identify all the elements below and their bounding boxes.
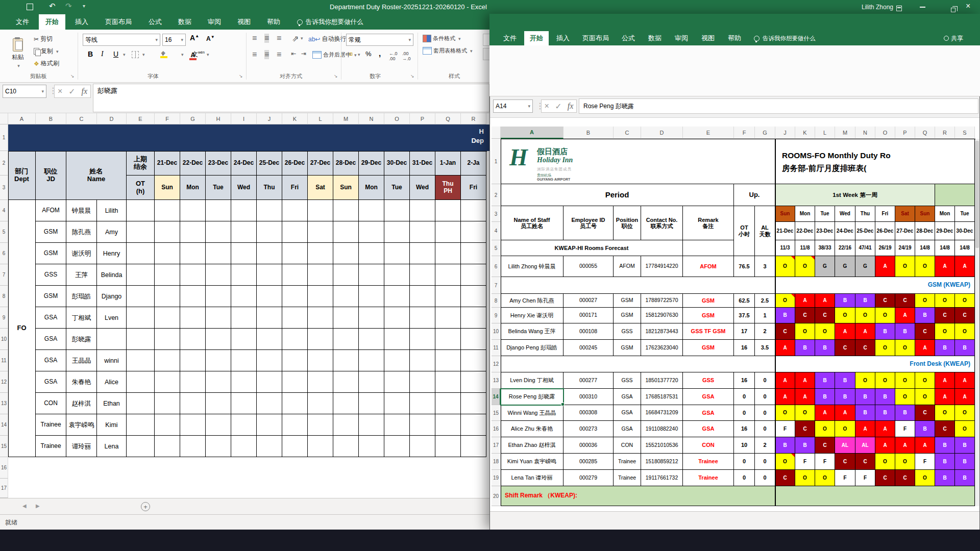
staff-contact-cell[interactable]: 19117661732 [641,470,683,486]
forecast-cell[interactable]: 26/19 [875,240,895,256]
staff-al-cell[interactable]: 1 [755,308,775,323]
staff-id-cell[interactable]: 000308 [564,405,614,421]
staff-remark-cell[interactable]: GSM [683,340,734,356]
shift-cell-A[interactable]: A [955,389,975,405]
shift-cell-C[interactable]: C [915,405,935,421]
shift-cell-B[interactable]: B [895,323,915,340]
shift-cell-G[interactable]: G [855,256,875,277]
shift-cell-C[interactable]: C [835,340,855,356]
column-header-G[interactable]: G [755,127,775,139]
staff-name-cell[interactable]: Alice Zhu 朱春艳 [501,421,564,437]
row-header-19[interactable]: 19 [492,470,501,486]
staff-id-cell[interactable]: 000285 [564,454,614,470]
staff-contact-cell[interactable]: 15180859212 [641,454,683,470]
shift-cell-B[interactable]: B [815,389,835,405]
staff-al-cell[interactable]: 0 [755,389,775,405]
shift-cell-A[interactable]: A [875,437,895,454]
shift-cell-O[interactable]: O [895,256,915,277]
staff-pos-cell[interactable]: Trainee [614,454,641,470]
shift-cell-A[interactable]: A [955,256,975,277]
shift-cell-B[interactable]: B [935,454,955,470]
shift-cell-B[interactable]: B [795,437,815,454]
shift-cell-AL[interactable]: AL [835,437,855,454]
shift-cell-G[interactable]: G [835,256,855,277]
shift-cell-O[interactable]: O [835,421,855,437]
shift-cell-O[interactable]: O [775,256,795,277]
row-header-17[interactable]: 17 [492,437,501,454]
date-header[interactable]: 21-Dec [775,222,795,240]
shift-cell-B[interactable]: B [895,405,915,421]
shift-cell-C[interactable]: C [855,454,875,470]
row-header-11[interactable]: 11 [492,340,501,356]
staff-name-cell[interactable]: Django Peng 彭琨皓 [501,340,564,356]
header-ot[interactable]: OT 小时 [734,206,755,256]
shift-cell-O[interactable]: O [775,454,795,470]
shift-cell-F[interactable]: F [775,421,795,437]
column-header-J[interactable]: J [775,127,795,139]
row-header-20[interactable]: 20 [492,486,501,506]
staff-al-cell[interactable]: 0 [755,372,775,389]
shift-cell-A[interactable]: A [935,389,955,405]
staff-ot-cell[interactable]: 16 [734,421,755,437]
staff-al-cell[interactable]: 0 [755,470,775,486]
shift-cell-A[interactable]: A [815,294,835,308]
staff-contact-cell[interactable]: 15812907630 [641,308,683,323]
shift-cell-B[interactable]: B [875,405,895,421]
row-header-3[interactable]: 3 [492,206,501,222]
shift-cell-B[interactable]: B [875,389,895,405]
shift-cell-O[interactable]: O [855,308,875,323]
staff-pos-cell[interactable]: GSA [614,389,641,405]
staff-id-cell[interactable]: 000036 [564,437,614,454]
staff-ot-cell[interactable]: 16 [734,340,755,356]
row-header-7[interactable]: 7 [492,277,501,294]
staff-ot-cell[interactable]: 37.5 [734,308,755,323]
shift-cell-C[interactable]: C [895,470,915,486]
staff-name-cell[interactable]: Henry Xie 谢沃明 [501,308,564,323]
shift-cell-B[interactable]: B [835,372,855,389]
date-header[interactable]: 27-Dec [895,222,915,240]
shift-cell-A[interactable]: A [895,308,915,323]
row-header-18[interactable]: 18 [492,454,501,470]
section-row-frontdesk[interactable]: Front Desk (KWEAP) [501,356,975,372]
shift-cell-C[interactable]: C [935,421,955,437]
date-header[interactable]: 29-Dec [935,222,955,240]
staff-pos-cell[interactable]: GSA [614,405,641,421]
staff-ot-cell[interactable]: 0 [734,405,755,421]
shift-cell-B[interactable]: B [855,405,875,421]
shift-cell-O[interactable]: O [955,294,975,308]
column-header-D[interactable]: D [641,127,683,139]
week1-band[interactable]: 1st Week 第一周 [775,184,935,206]
shift-cell-A[interactable]: A [875,421,895,437]
row-header-1[interactable]: 1 [492,139,501,184]
shift-cell-O[interactable]: O [815,421,835,437]
staff-contact-cell[interactable]: 18212873443 [641,323,683,340]
column-header-A[interactable]: A [501,127,564,139]
staff-pos-cell[interactable]: GSM [614,308,641,323]
row-header-16[interactable]: 16 [492,421,501,437]
shift-cell-O[interactable]: O [955,405,975,421]
staff-remark-cell[interactable]: GSS TF GSM [683,323,734,340]
row-header-9[interactable]: 9 [492,308,501,323]
column-header-O[interactable]: O [875,127,895,139]
shift-cell-O[interactable]: O [875,372,895,389]
week2-band[interactable] [935,184,975,206]
staff-ot-cell[interactable]: 17 [734,323,755,340]
staff-id-cell[interactable]: 000055 [564,256,614,277]
forecast-cell[interactable]: 11/8 [795,240,815,256]
column-header-C[interactable]: C [614,127,641,139]
shift-cell-O[interactable]: O [875,308,895,323]
staff-al-cell[interactable]: 0 [755,454,775,470]
shift-cell-F[interactable]: F [915,454,935,470]
shift-cell-B[interactable]: B [795,340,815,356]
shift-cell-F[interactable]: F [815,454,835,470]
shift-cell-C[interactable]: C [795,308,815,323]
day-name-header[interactable]: Wed [835,206,855,222]
staff-contact-cell[interactable]: 17623623040 [641,340,683,356]
shift-cell-O[interactable]: O [835,308,855,323]
staff-name-cell[interactable]: Belinda Wang 王萍 [501,323,564,340]
shift-cell-B[interactable]: B [915,308,935,323]
staff-remark-cell[interactable]: GSA [683,405,734,421]
staff-id-cell[interactable]: 000277 [564,372,614,389]
row-header-4[interactable]: 4 [492,222,501,240]
shift-cell-C[interactable]: C [795,421,815,437]
